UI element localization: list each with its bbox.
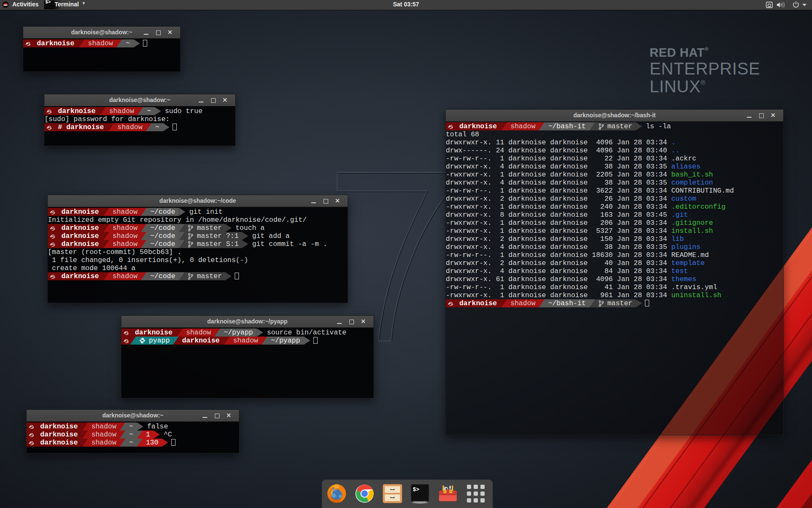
svg-text:$>: $> <box>413 486 420 493</box>
